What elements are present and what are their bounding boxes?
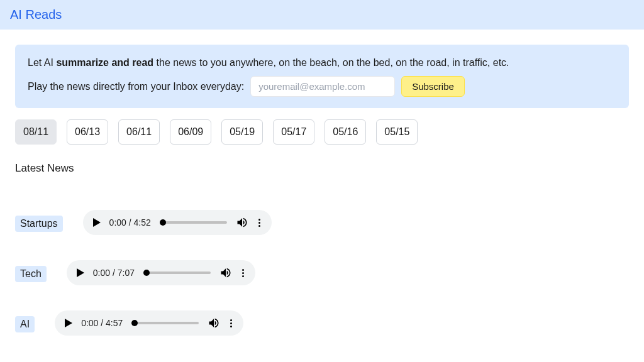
progress-bar[interactable] xyxy=(160,221,227,224)
news-item: AI0:00 / 4:57 xyxy=(15,300,629,336)
section-title: Latest News xyxy=(15,162,629,175)
news-item: Startups0:00 / 4:52 xyxy=(15,200,629,235)
category-tag[interactable]: AI xyxy=(15,316,35,332)
time-text: 0:00 / 4:52 xyxy=(109,217,151,228)
play-icon[interactable] xyxy=(77,268,84,277)
audio-player: 0:00 / 4:52 xyxy=(83,210,272,235)
subscribe-button[interactable]: Subscribe xyxy=(401,76,465,97)
volume-icon[interactable] xyxy=(236,216,248,229)
date-button[interactable]: 05/15 xyxy=(376,119,418,145)
date-button[interactable]: 05/16 xyxy=(325,119,366,145)
progress-bar[interactable] xyxy=(143,272,211,274)
cta-prefix: Let AI xyxy=(28,57,56,68)
play-icon[interactable] xyxy=(93,218,101,227)
news-item: Tech0:00 / 7:07 xyxy=(15,250,629,285)
subscribe-label: Play the news directly from your Inbox e… xyxy=(28,81,244,92)
more-icon[interactable] xyxy=(241,268,245,278)
category-tag[interactable]: Tech xyxy=(15,266,47,282)
news-list: Startups0:00 / 4:52Tech0:00 / 7:07AI0:00… xyxy=(15,200,629,336)
audio-player: 0:00 / 4:57 xyxy=(55,310,243,336)
play-icon[interactable] xyxy=(65,319,72,327)
date-button[interactable]: 05/17 xyxy=(273,119,314,145)
cta-bold: summarize and read xyxy=(56,57,153,68)
volume-icon[interactable] xyxy=(208,317,220,329)
volume-icon[interactable] xyxy=(219,266,232,279)
date-button[interactable]: 06/09 xyxy=(170,119,211,145)
cta-suffix: the news to you anywhere, on the beach, … xyxy=(153,57,509,68)
category-tag[interactable]: Startups xyxy=(15,216,63,232)
date-button[interactable]: 08/11 xyxy=(15,119,57,145)
subscribe-row: Play the news directly from your Inbox e… xyxy=(28,76,616,97)
main-content: Let AI summarize and read the news to yo… xyxy=(0,30,644,362)
audio-player: 0:00 / 7:07 xyxy=(67,260,255,285)
cta-box: Let AI summarize and read the news to yo… xyxy=(15,45,629,108)
email-input[interactable] xyxy=(250,76,395,97)
date-row: 08/1106/1306/1106/0905/1905/1705/1605/15 xyxy=(15,119,629,145)
more-icon[interactable] xyxy=(257,217,262,228)
top-header: AI Reads xyxy=(0,0,644,30)
progress-bar[interactable] xyxy=(131,322,199,324)
more-icon[interactable] xyxy=(229,318,233,329)
time-text: 0:00 / 7:07 xyxy=(93,268,135,278)
time-text: 0:00 / 4:57 xyxy=(81,318,123,328)
date-button[interactable]: 05/19 xyxy=(221,119,263,145)
logo-link[interactable]: AI Reads xyxy=(10,8,62,21)
cta-text: Let AI summarize and read the news to yo… xyxy=(28,56,616,70)
date-button[interactable]: 06/11 xyxy=(118,119,160,145)
date-button[interactable]: 06/13 xyxy=(67,119,108,145)
